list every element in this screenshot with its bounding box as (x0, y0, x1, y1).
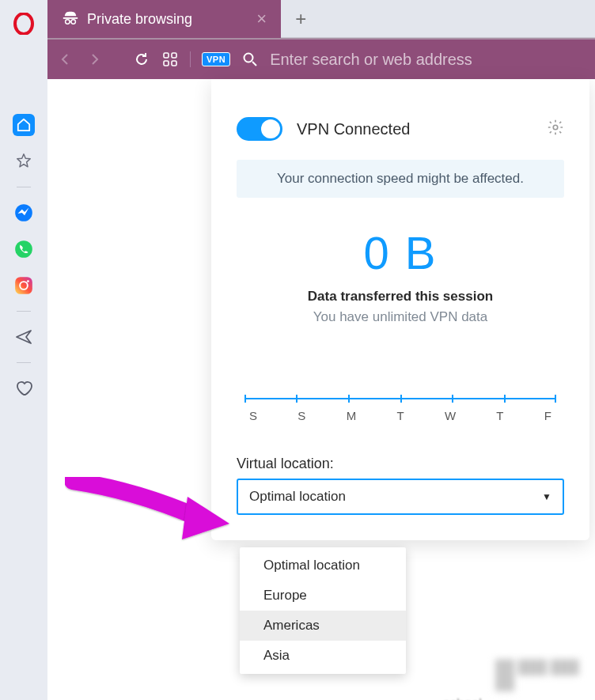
vpn-notice: Your connection speed might be affected. (237, 160, 564, 198)
virtual-location-selected: Optimal location (249, 489, 346, 505)
chart-day: S (249, 409, 257, 422)
send-icon[interactable] (13, 326, 35, 348)
chart-day: W (445, 409, 456, 422)
svg-rect-8 (164, 53, 169, 58)
bookmark-star-icon[interactable] (13, 150, 35, 172)
svg-point-2 (15, 240, 32, 258)
whatsapp-icon[interactable] (13, 238, 35, 260)
vpn-toggle[interactable] (237, 117, 282, 141)
blurred-text: ██ ███ ███ ██ (495, 660, 595, 691)
dropdown-item-europe[interactable]: Europe (240, 581, 406, 611)
url-input[interactable] (270, 51, 586, 69)
vpn-status-label: VPN Connected (297, 120, 410, 138)
search-icon[interactable] (241, 51, 259, 68)
chart-day: S (298, 409, 305, 422)
left-rail (0, 0, 47, 700)
tab-strip: Private browsing × + (47, 0, 595, 40)
virtual-location-dropdown: Optimal location Europe Americas Asia (240, 547, 406, 674)
rail-divider (17, 187, 31, 187)
svg-point-5 (27, 280, 29, 282)
tab-private-browsing[interactable]: Private browsing × (47, 0, 281, 38)
svg-rect-10 (164, 61, 169, 66)
virtual-location-label: Virtual location: (237, 456, 564, 472)
close-icon[interactable]: × (256, 9, 267, 29)
data-transferred-label: Data transferred this session (237, 289, 564, 305)
forward-button[interactable] (85, 51, 103, 68)
dropdown-item-asia[interactable]: Asia (240, 641, 406, 671)
back-button[interactable] (57, 51, 74, 68)
rail-divider (17, 311, 31, 312)
messenger-icon[interactable] (13, 202, 35, 224)
chart-day: T (396, 409, 404, 422)
svg-point-0 (15, 13, 32, 34)
chevron-down-icon: ▼ (542, 491, 551, 502)
nav-separator (190, 51, 191, 67)
rail-divider (17, 362, 31, 363)
instagram-icon[interactable] (13, 274, 35, 297)
vpn-badge[interactable]: VPN (202, 52, 230, 66)
blurred-text: school (443, 696, 482, 700)
incognito-icon (62, 9, 79, 29)
data-transferred-sub: You have unlimited VPN data (237, 309, 564, 325)
chart-day: F (544, 409, 551, 422)
gear-icon[interactable] (547, 119, 564, 139)
heart-icon[interactable] (13, 377, 35, 399)
home-icon[interactable] (13, 114, 35, 136)
svg-rect-3 (15, 277, 32, 294)
svg-point-12 (244, 54, 253, 62)
chart-day: M (347, 409, 357, 422)
svg-rect-9 (172, 53, 176, 58)
svg-point-6 (66, 20, 70, 25)
opera-logo-icon (13, 13, 35, 38)
new-tab-button[interactable]: + (281, 0, 595, 38)
vpn-panel: VPN Connected Your connection speed migh… (211, 79, 589, 540)
speed-dial-icon[interactable] (161, 51, 179, 68)
svg-rect-11 (172, 61, 176, 66)
address-bar: VPN (47, 40, 595, 79)
dropdown-item-americas[interactable]: Americas (240, 611, 406, 641)
usage-chart: S S M T W T F (237, 398, 564, 422)
data-transferred-value: 0 B (237, 226, 564, 279)
svg-point-7 (71, 20, 76, 25)
tab-title: Private browsing (87, 11, 192, 28)
reload-button[interactable] (133, 51, 150, 68)
virtual-location-select[interactable]: Optimal location ▼ (237, 479, 564, 515)
chart-day: T (496, 409, 503, 422)
svg-point-13 (553, 125, 558, 130)
dropdown-item-optimal[interactable]: Optimal location (240, 551, 406, 581)
